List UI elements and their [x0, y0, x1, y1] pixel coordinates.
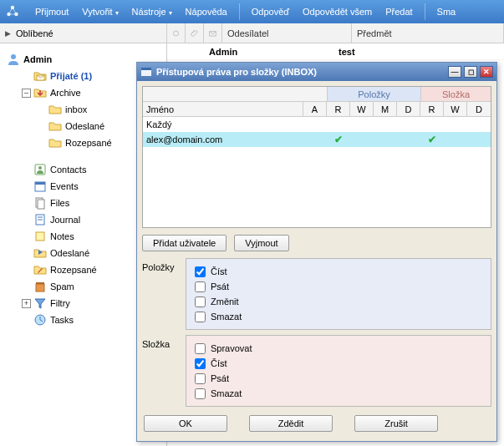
- items-read-checkbox[interactable]: [195, 266, 206, 277]
- perm-label: Číst: [211, 266, 227, 276]
- menu-forward[interactable]: Předat: [379, 3, 419, 20]
- tree-label: Odeslané: [65, 121, 104, 131]
- folder-icon: [48, 119, 62, 133]
- svg-rect-21: [141, 68, 151, 70]
- grid-col-folder-d[interactable]: D: [467, 102, 491, 116]
- folder-read-row[interactable]: Číst: [195, 356, 482, 371]
- tree-label: Přijaté (1): [50, 71, 92, 81]
- dialog-icon: [140, 66, 152, 78]
- remove-button[interactable]: Vyjmout: [234, 235, 288, 251]
- expand-icon[interactable]: +: [22, 299, 31, 308]
- folder-delete-checkbox[interactable]: [195, 388, 206, 399]
- grid-col-items-r[interactable]: R: [327, 102, 350, 116]
- contacts-icon: [33, 163, 47, 176]
- menu-help[interactable]: Nápověda: [179, 3, 234, 20]
- perm-label: Smazat: [211, 312, 242, 322]
- favorites-header[interactable]: ▶ Oblíbené: [0, 23, 167, 43]
- folder-admin-checkbox[interactable]: [195, 343, 206, 354]
- folder-delete-row[interactable]: Smazat: [195, 386, 482, 401]
- add-user-button[interactable]: Přidat uživatele: [142, 235, 227, 251]
- items-modify-checkbox[interactable]: [195, 296, 206, 307]
- col-flag[interactable]: [167, 23, 186, 43]
- tasks-icon: [33, 313, 47, 327]
- menu-tools-label: Nástroje: [132, 7, 166, 17]
- grid-col-items-w[interactable]: W: [350, 102, 374, 116]
- items-modify-row[interactable]: Změnit: [195, 294, 482, 309]
- folder-label: Složka: [142, 335, 186, 407]
- sent-icon: [33, 246, 47, 260]
- folder-write-row[interactable]: Psát: [195, 371, 482, 386]
- items-delete-checkbox[interactable]: [195, 312, 206, 322]
- perm-label: Změnit: [211, 296, 239, 307]
- files-icon: [33, 196, 47, 210]
- folder-read-checkbox[interactable]: [195, 358, 206, 369]
- grid-group-items: Položky: [327, 87, 420, 102]
- items-write-row[interactable]: Psát: [195, 279, 482, 294]
- grid-col-folder-w[interactable]: W: [444, 102, 467, 116]
- triangle-right-icon: ▶: [5, 29, 11, 38]
- menu-accept[interactable]: Přijmout: [28, 3, 75, 20]
- tree-label: Notes: [50, 231, 74, 241]
- items-read-row[interactable]: Číst: [195, 264, 482, 279]
- grid-row[interactable]: Každý: [143, 117, 491, 132]
- perm-label: Spravovat: [211, 343, 252, 353]
- folder-open-mail-icon: [33, 69, 47, 83]
- calendar-icon: [33, 180, 47, 193]
- col-attachment[interactable]: [186, 23, 204, 43]
- collapse-icon[interactable]: –: [22, 89, 31, 98]
- grid-col-folder-r[interactable]: R: [420, 102, 444, 116]
- menubar: Přijmout Vytvořit▾ Nástroje▾ Nápověda Od…: [0, 0, 504, 23]
- message-subject: test: [333, 47, 504, 57]
- drafts-icon: [33, 263, 47, 276]
- menu-tools[interactable]: Nástroje▾: [125, 3, 179, 20]
- menu-reply-all[interactable]: Odpovědět všem: [296, 3, 379, 20]
- folder-write-checkbox[interactable]: [195, 373, 206, 384]
- dialog-title: Přístupová práva pro složky (INBOX): [156, 67, 445, 77]
- cancel-button[interactable]: Zrušit: [354, 415, 438, 432]
- minimize-button[interactable]: —: [448, 66, 461, 78]
- col-read[interactable]: [204, 23, 222, 43]
- grid-row[interactable]: alex@domain.com✔✔: [143, 132, 491, 147]
- folder-admin-row[interactable]: Spravovat: [195, 341, 482, 356]
- items-write-checkbox[interactable]: [195, 281, 206, 292]
- svg-point-8: [38, 166, 42, 170]
- message-row[interactable]: Admin test: [167, 43, 504, 60]
- tree-label: Rozepsané: [50, 265, 97, 275]
- flag-icon: [172, 28, 180, 38]
- message-sender: Admin: [204, 47, 333, 57]
- close-button[interactable]: ✕: [480, 66, 493, 78]
- grid-col-items-d[interactable]: D: [397, 102, 420, 116]
- ok-button[interactable]: OK: [144, 415, 227, 432]
- folder-icon: [48, 136, 62, 150]
- items-delete-row[interactable]: Smazat: [195, 309, 482, 324]
- maximize-button[interactable]: ◻: [464, 66, 477, 78]
- grid-header-spacer: [143, 87, 327, 102]
- envelope-icon: [209, 28, 216, 38]
- items-label: Položky: [142, 258, 186, 330]
- menu-create[interactable]: Vytvořit▾: [75, 3, 125, 20]
- menu-reply[interactable]: Odpověď: [245, 3, 296, 20]
- chevron-down-icon: ▾: [169, 9, 172, 17]
- check-icon: ✔: [428, 134, 436, 145]
- tree-label: Spam: [50, 281, 74, 291]
- dialog-titlebar[interactable]: Přístupová práva pro složky (INBOX) — ◻ …: [137, 63, 496, 81]
- grid-cell: ✔: [327, 134, 350, 145]
- filter-icon: [33, 296, 47, 310]
- tree-label: Tasks: [50, 315, 74, 325]
- svg-rect-12: [38, 200, 44, 209]
- inherit-button[interactable]: Zdědit: [249, 415, 333, 432]
- grid-col-items-m[interactable]: M: [374, 102, 397, 116]
- menu-delete[interactable]: Sma: [430, 3, 463, 20]
- svg-rect-17: [36, 284, 44, 291]
- tree-label: Admin: [23, 54, 52, 64]
- folder-permissions: Složka Spravovat Číst Psát Smazat: [142, 335, 491, 407]
- menu-create-label: Vytvořit: [82, 7, 112, 17]
- check-icon: ✔: [334, 134, 343, 145]
- tree-label: Rozepsané: [65, 138, 112, 148]
- grid-col-name[interactable]: Jméno: [143, 102, 303, 116]
- col-sender[interactable]: Odesílatel: [222, 23, 352, 43]
- col-subject[interactable]: Předmět: [352, 23, 504, 43]
- menu-separator: [239, 3, 240, 20]
- grid-col-a[interactable]: A: [303, 102, 327, 116]
- favorites-label: Oblíbené: [16, 28, 53, 38]
